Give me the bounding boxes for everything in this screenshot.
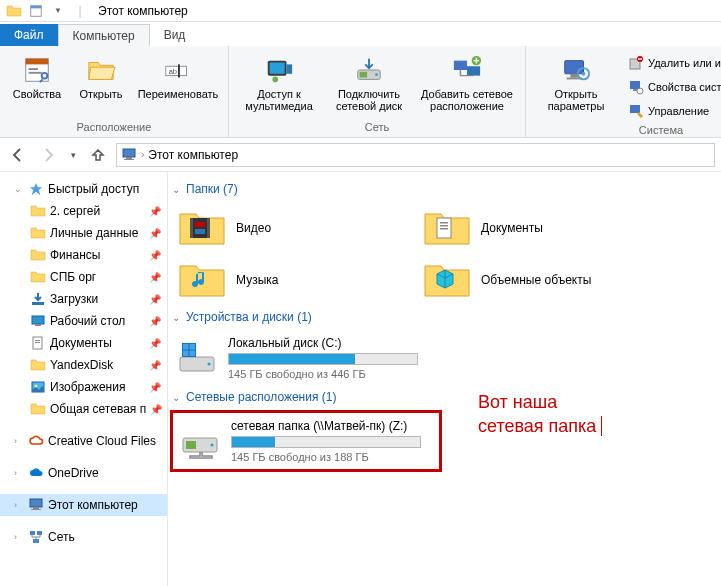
ribbon-tabs: Файл Компьютер Вид [0, 22, 721, 46]
system-properties-button[interactable]: Свойства системы [624, 76, 721, 98]
tab-view[interactable]: Вид [150, 24, 200, 46]
sidebar-item[interactable]: 2. сергей📌 [0, 200, 167, 222]
sidebar-item[interactable]: Личные данные📌 [0, 222, 167, 244]
network-drive-icon [179, 420, 221, 462]
chevron-down-icon[interactable]: ⌄ [14, 184, 24, 194]
desktop-icon [30, 313, 46, 329]
folder-videos[interactable]: Видео [170, 202, 415, 254]
sidebar-network[interactable]: › Сеть [0, 526, 167, 548]
properties-qat-icon[interactable] [26, 1, 46, 21]
back-button[interactable] [6, 143, 30, 167]
map-drive-icon [353, 54, 385, 86]
svg-rect-43 [30, 499, 42, 507]
videos-icon [178, 208, 226, 248]
drive-network-z[interactable]: сетевая папка (\\Матвей-пк) (Z:) 145 ГБ … [170, 410, 442, 472]
add-network-button[interactable]: Добавить сетевое расположение [417, 50, 517, 112]
breadcrumb-chevron[interactable]: › [141, 149, 144, 160]
svg-rect-47 [37, 531, 42, 535]
separator: | [70, 1, 90, 21]
ribbon-group-network: Доступ к мультимедиа Подключить сетевой … [229, 46, 526, 137]
properties-button[interactable]: Свойства [8, 50, 66, 100]
media-access-button[interactable]: Доступ к мультимедиа [237, 50, 321, 112]
drive-title: Локальный диск (C:) [228, 336, 418, 350]
chevron-right-icon[interactable]: › [14, 500, 24, 510]
svg-rect-28 [630, 81, 640, 89]
group-label-network: Сеть [237, 119, 517, 135]
pin-icon: 📌 [149, 316, 161, 327]
chevron-right-icon[interactable]: › [14, 436, 24, 446]
folder-3d-objects[interactable]: Объемные объекты [415, 254, 660, 306]
qat-dropdown-icon[interactable]: ▼ [48, 1, 68, 21]
svg-rect-39 [35, 340, 40, 341]
tab-file[interactable]: Файл [0, 24, 58, 46]
up-button[interactable] [86, 143, 110, 167]
sidebar-item[interactable]: СПБ орг📌 [0, 266, 167, 288]
group-header-drives[interactable]: ⌄ Устройства и диски (1) [172, 310, 717, 324]
folder-documents[interactable]: Документы [415, 202, 660, 254]
documents-folder-icon [423, 208, 471, 248]
chevron-down-icon[interactable]: ⌄ [172, 184, 180, 195]
pictures-icon [30, 379, 46, 395]
navigation-pane[interactable]: ⌄ Быстрый доступ 2. сергей📌 Личные данны… [0, 172, 168, 586]
tab-computer[interactable]: Компьютер [58, 24, 150, 46]
folder-icon [30, 357, 46, 373]
sidebar-item[interactable]: Финансы📌 [0, 244, 167, 266]
body: ⌄ Быстрый доступ 2. сергей📌 Личные данны… [0, 172, 721, 586]
capacity-bar [231, 436, 421, 448]
group-header-netloc[interactable]: ⌄ Сетевые расположения (1) [172, 390, 717, 404]
chevron-right-icon[interactable]: › [14, 468, 24, 478]
folder-music[interactable]: Музыка [170, 254, 415, 306]
uninstall-button[interactable]: Удалить или изменить про [624, 52, 721, 74]
sidebar-item-downloads[interactable]: Загрузки📌 [0, 288, 167, 310]
pin-icon: 📌 [149, 228, 161, 239]
sidebar-creative-cloud[interactable]: › Creative Cloud Files [0, 430, 167, 452]
forward-button[interactable] [36, 143, 60, 167]
pin-icon: 📌 [149, 250, 161, 261]
sidebar-onedrive[interactable]: › OneDrive [0, 462, 167, 484]
sidebar-item-pictures[interactable]: Изображения📌 [0, 376, 167, 398]
sidebar-item-documents[interactable]: Документы📌 [0, 332, 167, 354]
breadcrumb-root[interactable]: Этот компьютер [148, 148, 238, 162]
sidebar-item-desktop[interactable]: Рабочий стол📌 [0, 310, 167, 332]
svg-rect-55 [440, 222, 448, 224]
map-drive-button[interactable]: Подключить сетевой диск [327, 50, 411, 112]
properties-icon [21, 54, 53, 86]
manage-button[interactable]: Управление [624, 100, 721, 122]
folder-icon [30, 269, 46, 285]
content-pane[interactable]: ⌄ Папки (7) Видео Документы [168, 172, 721, 586]
ribbon-group-system: Открыть параметры Удалить или изменить п… [526, 46, 721, 137]
chevron-down-icon[interactable]: ⌄ [172, 312, 180, 323]
system-props-icon [628, 79, 644, 95]
capacity-bar [228, 353, 418, 365]
downloads-icon [30, 291, 46, 307]
sidebar-this-pc[interactable]: › Этот компьютер [0, 494, 167, 516]
sidebar-quick-access[interactable]: ⌄ Быстрый доступ [0, 178, 167, 200]
pin-icon: 📌 [150, 404, 162, 415]
quick-access-label: Быстрый доступ [48, 182, 139, 196]
svg-rect-56 [440, 225, 448, 227]
open-button[interactable]: Открыть [72, 50, 130, 100]
chevron-down-icon[interactable]: ⌄ [172, 392, 180, 403]
pin-icon: 📌 [149, 294, 161, 305]
recent-dropdown[interactable]: ▾ [66, 143, 80, 167]
svg-text:ab: ab [169, 67, 177, 76]
svg-point-24 [582, 72, 586, 76]
folders-grid: Видео Документы Музыка [170, 202, 717, 306]
svg-rect-15 [360, 72, 368, 78]
folder-icon [30, 225, 46, 241]
drive-local-c[interactable]: Локальный диск (C:) 145 ГБ свободно из 4… [170, 330, 418, 386]
sidebar-item[interactable]: YandexDisk📌 [0, 354, 167, 376]
open-settings-button[interactable]: Открыть параметры [534, 50, 618, 112]
address-bar[interactable]: › Этот компьютер [116, 143, 715, 167]
this-pc-icon [121, 147, 137, 163]
svg-rect-21 [570, 74, 578, 78]
chevron-right-icon[interactable]: › [14, 532, 24, 542]
rename-button[interactable]: ab Переименовать [136, 50, 220, 100]
sidebar-item[interactable]: Общая сетевая п📌 [0, 398, 167, 420]
group-header-folders[interactable]: ⌄ Папки (7) [172, 182, 717, 196]
folder-icon [30, 401, 46, 417]
svg-rect-64 [190, 351, 196, 357]
folder-icon [30, 203, 46, 219]
svg-rect-46 [30, 531, 35, 535]
manage-label: Управление [648, 105, 709, 117]
